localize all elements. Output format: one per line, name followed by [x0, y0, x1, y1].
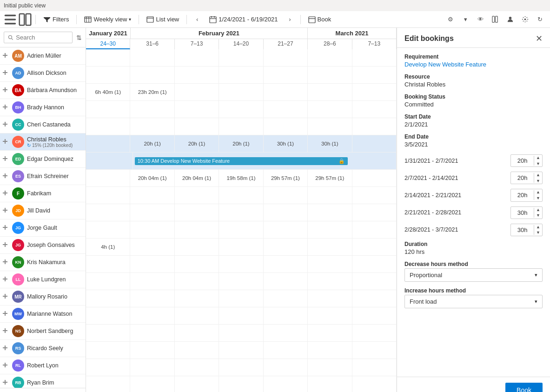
cal-cell-edgar-5[interactable]: 29h 57m (1)	[308, 170, 352, 186]
cal-cell-norbert-1	[130, 342, 174, 359]
cal-cell-christal-2[interactable]: 20h (1)	[175, 135, 219, 152]
cal-cell-edgar-4[interactable]: 29h 57m (1)	[264, 170, 308, 186]
week-cell-2[interactable]: 7–13	[175, 39, 219, 49]
date-range-label-0: 1/31/2021 - 2/7/2021	[404, 158, 458, 164]
search-area: ⇅	[0, 28, 86, 47]
resource-item-robert[interactable]: RLRobert Lyon	[0, 357, 86, 374]
spin-down-2[interactable]: ▼	[534, 195, 542, 201]
cal-cell-christal-3[interactable]: 20h (1)	[219, 135, 263, 152]
hours-spinner-2[interactable]: 20h▲▼	[510, 189, 543, 201]
resource-info-allison: Allison Dickson	[27, 70, 66, 76]
hours-spinner-1[interactable]: 20h▲▼	[510, 172, 543, 184]
resource-item-kris[interactable]: KNKris Nakamura	[0, 254, 86, 271]
book-button[interactable]: Book	[505, 383, 543, 392]
svg-rect-24	[5, 53, 6, 58]
decrease-hours-dropdown[interactable]: Proportional ▾	[404, 268, 543, 282]
cal-row-norbert	[86, 342, 397, 359]
spin-down-1[interactable]: ▼	[534, 178, 542, 184]
spin-up-2[interactable]: ▲	[534, 189, 542, 195]
booking-bar-christal[interactable]: 10:30 AM Develop New Website Feature🔒	[135, 157, 348, 165]
cal-cell-norbert-5	[308, 342, 352, 359]
svg-rect-60	[5, 363, 6, 367]
resource-item-brady[interactable]: BHBrady Hannon	[0, 99, 86, 116]
cal-cell-mallory-4	[264, 307, 308, 324]
cal-cell-robert-2	[175, 376, 219, 392]
dropdown-btn[interactable]: ▾	[459, 13, 472, 26]
refresh-icon[interactable]: ↻	[533, 13, 546, 26]
search-input[interactable]	[16, 34, 68, 41]
hours-spinner-3[interactable]: 30h▲▼	[510, 206, 543, 219]
cal-cell-jorge-0[interactable]: 4h (1)	[86, 239, 130, 255]
avatar-jorge: JG	[12, 222, 24, 234]
spin-down-3[interactable]: ▼	[534, 213, 542, 219]
resource-item-luke[interactable]: LLLuke Lundgren	[0, 271, 86, 288]
week-cell-4[interactable]: 21–27	[264, 39, 308, 49]
sort-btn[interactable]: ⇅	[76, 34, 82, 41]
resource-item-jill[interactable]: JDJill David	[0, 202, 86, 219]
cal-cell-edgar-3[interactable]: 19h 58m (1)	[219, 170, 263, 186]
person-icon[interactable]	[504, 13, 517, 26]
avatar-fabrikam: F	[12, 187, 24, 199]
resource-info-cheri: Cheri Castaneda	[27, 121, 71, 128]
resource-item-cheri[interactable]: CCCheri Castaneda	[0, 116, 86, 133]
resource-item-jorge[interactable]: JGJorge Gault	[0, 219, 86, 237]
collapse-btn[interactable]	[19, 13, 32, 26]
spin-up-4[interactable]: ▲	[534, 224, 542, 230]
resource-item-ryan[interactable]: RBRyan Brim	[0, 374, 86, 388]
cal-cell-barbara-1[interactable]: 23h 20m (1)	[130, 84, 174, 100]
svg-line-22	[12, 39, 13, 40]
resource-item-barbara[interactable]: BABárbara Amundson	[0, 82, 86, 99]
increase-hours-dropdown[interactable]: Front load ▾	[404, 295, 543, 308]
resource-item-fabrikam[interactable]: FFabrikam	[0, 185, 86, 202]
resource-item-joseph[interactable]: JGJoseph Gonsalves	[0, 237, 86, 254]
expand-icon-edgar	[3, 156, 9, 162]
eye-icon[interactable]: 👁	[474, 13, 487, 26]
gear-icon[interactable]	[518, 13, 531, 26]
date-range-btn[interactable]: 1/24/2021 - 6/19/2021	[205, 14, 281, 25]
close-edit-panel-btn[interactable]: ✕	[536, 33, 543, 44]
resource-item-marianne[interactable]: MWMarianne Watson	[0, 306, 86, 323]
next-date-btn[interactable]: ›	[284, 13, 297, 26]
resource-item-christal[interactable]: CRChristal Robles↻ 15% (120h booked)	[0, 133, 86, 151]
filters-btn[interactable]: Filters	[40, 14, 73, 25]
resource-item-mallory[interactable]: MRMallory Rosario	[0, 288, 86, 306]
weekly-view-btn[interactable]: Weekly view ▾	[80, 14, 135, 25]
hours-value-4: 30h	[511, 225, 534, 235]
book-toolbar-btn[interactable]: Book	[305, 14, 335, 25]
cal-cell-marianne-1	[130, 325, 174, 341]
spin-up-1[interactable]: ▲	[534, 172, 542, 178]
list-view-btn[interactable]: List view	[143, 14, 183, 25]
svg-rect-40	[5, 191, 6, 195]
cal-cell-christal-1[interactable]: 20h (1)	[130, 135, 174, 152]
week-cell-3[interactable]: 14–20	[219, 39, 263, 49]
week-cell-1[interactable]: 31–6	[130, 39, 174, 49]
increase-hours-value: Front load	[410, 298, 437, 305]
cal-cell-edgar-1[interactable]: 20h 04m (1)	[130, 170, 174, 186]
hours-spinner-0[interactable]: 20h▲▼	[510, 154, 543, 167]
cal-cell-marianne-2	[175, 325, 219, 341]
spin-down-0[interactable]: ▼	[534, 161, 542, 167]
week-cell-5[interactable]: 28–6	[308, 39, 352, 49]
cal-cell-adrien-3	[219, 49, 263, 66]
week-cell-0[interactable]: 24–30	[86, 39, 130, 49]
spin-down-4[interactable]: ▼	[534, 230, 542, 236]
hours-spinner-4[interactable]: 30h▲▼	[510, 224, 543, 236]
cal-cell-edgar-2[interactable]: 20h 04m (1)	[175, 170, 219, 186]
prev-date-btn[interactable]: ‹	[191, 13, 204, 26]
resource-item-edgar[interactable]: EDEdgar Dominquez	[0, 151, 86, 168]
resource-item-efrain[interactable]: ESEfrain Schreiner	[0, 168, 86, 185]
resource-item-adrien[interactable]: AMAdrien Müller	[0, 47, 86, 65]
resource-item-ricardo[interactable]: RSRicardo Seely	[0, 340, 86, 357]
week-cell-6[interactable]: 7–13	[352, 39, 397, 49]
columns-icon[interactable]	[489, 13, 502, 26]
settings-icon-1[interactable]: ⚙	[444, 13, 457, 26]
spin-up-0[interactable]: ▲	[534, 155, 542, 161]
resource-item-allison[interactable]: ADAllison Dickson	[0, 65, 86, 82]
booking-lock-icon: 🔒	[338, 158, 345, 164]
resource-item-norbert[interactable]: NSNorbert Sandberg	[0, 323, 86, 340]
cal-cell-christal-4[interactable]: 30h (1)	[264, 135, 308, 152]
cal-cell-christal-5[interactable]: 30h (1)	[308, 135, 352, 152]
spin-up-3[interactable]: ▲	[534, 207, 542, 213]
cal-cell-barbara-0[interactable]: 6h 40m (1)	[86, 84, 130, 100]
toggle-sidebar-btn[interactable]	[4, 13, 17, 26]
